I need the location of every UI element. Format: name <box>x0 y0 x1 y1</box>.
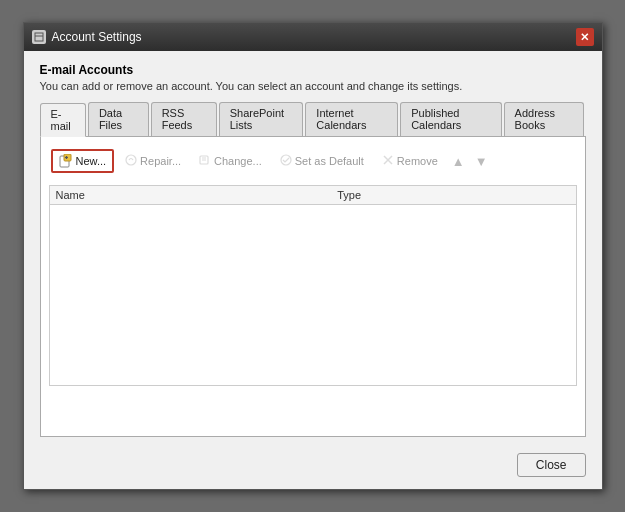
tab-content-email: New... Repair... <box>40 137 586 437</box>
tab-email[interactable]: E-mail <box>40 103 86 137</box>
tab-published-calendars[interactable]: Published Calendars <box>400 102 501 136</box>
table-row <box>50 277 576 295</box>
change-button[interactable]: Change... <box>192 150 269 172</box>
toolbar: New... Repair... <box>49 145 577 177</box>
table-row <box>50 331 576 349</box>
table-row <box>50 295 576 313</box>
repair-label: Repair... <box>140 155 181 167</box>
table-header-row: Name Type <box>50 186 576 205</box>
dialog-body: E-mail Accounts You can add or remove an… <box>24 51 602 445</box>
new-account-label: New... <box>76 155 107 167</box>
remove-button[interactable]: Remove <box>375 150 445 172</box>
dialog-icon <box>32 30 46 44</box>
accounts-table-container: Name Type <box>49 185 577 386</box>
table-row <box>50 205 576 224</box>
svg-point-6 <box>126 155 136 165</box>
section-title: E-mail Accounts <box>40 63 586 77</box>
table-row <box>50 313 576 331</box>
table-row <box>50 367 576 385</box>
dialog-title: Account Settings <box>52 30 142 44</box>
repair-button[interactable]: Repair... <box>118 150 188 172</box>
accounts-table-body <box>50 205 576 386</box>
repair-icon <box>125 154 137 168</box>
set-default-icon <box>280 154 292 168</box>
accounts-table: Name Type <box>50 186 576 385</box>
dialog-footer: Close <box>24 445 602 489</box>
svg-rect-0 <box>35 33 43 41</box>
table-row <box>50 259 576 277</box>
col-type-header: Type <box>331 186 575 205</box>
table-row <box>50 241 576 259</box>
svg-point-10 <box>281 155 291 165</box>
close-button[interactable]: Close <box>517 453 586 477</box>
close-titlebar-button[interactable]: ✕ <box>576 28 594 46</box>
tabs-bar: E-mail Data Files RSS Feeds SharePoint L… <box>40 102 586 137</box>
move-up-button[interactable]: ▲ <box>449 152 468 171</box>
set-default-button[interactable]: Set as Default <box>273 150 371 172</box>
remove-label: Remove <box>397 155 438 167</box>
title-bar-left: Account Settings <box>32 30 142 44</box>
new-account-icon <box>59 154 73 168</box>
new-account-button[interactable]: New... <box>51 149 115 173</box>
change-icon <box>199 154 211 168</box>
section-description: You can add or remove an account. You ca… <box>40 80 586 92</box>
tab-internet-calendars[interactable]: Internet Calendars <box>305 102 398 136</box>
move-down-button[interactable]: ▼ <box>472 152 491 171</box>
col-name-header: Name <box>50 186 332 205</box>
account-settings-dialog: Account Settings ✕ E-mail Accounts You c… <box>23 22 603 490</box>
tab-address-books[interactable]: Address Books <box>504 102 584 136</box>
table-row <box>50 349 576 367</box>
tab-rss-feeds[interactable]: RSS Feeds <box>151 102 217 136</box>
tab-data-files[interactable]: Data Files <box>88 102 149 136</box>
title-bar: Account Settings ✕ <box>24 23 602 51</box>
table-row <box>50 223 576 241</box>
set-default-label: Set as Default <box>295 155 364 167</box>
tab-sharepoint-lists[interactable]: SharePoint Lists <box>219 102 304 136</box>
change-label: Change... <box>214 155 262 167</box>
remove-icon <box>382 154 394 168</box>
